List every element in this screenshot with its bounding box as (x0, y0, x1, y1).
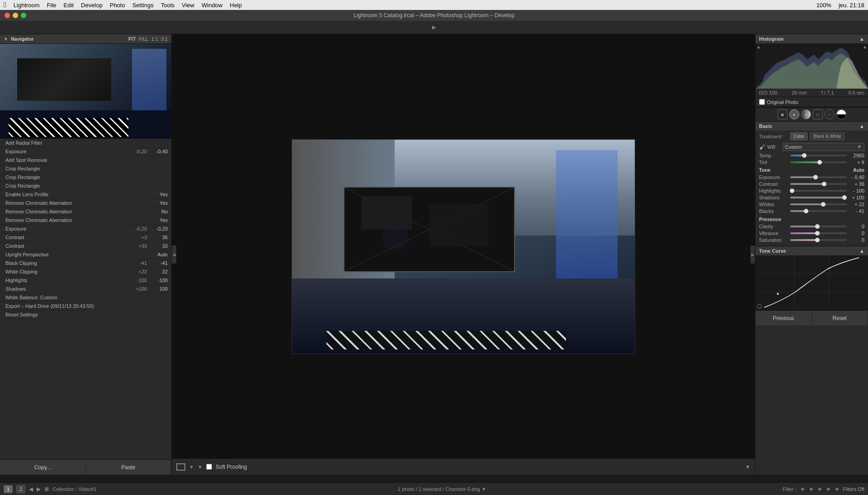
page-1-button[interactable]: 1 (4, 485, 13, 493)
highlight-clip-indicator[interactable]: ▲ (863, 44, 867, 49)
history-item-reset[interactable]: Reset Settings (0, 311, 171, 319)
history-item-wb[interactable]: White Balance: Custom (0, 293, 171, 302)
apple-menu[interactable]:  (4, 1, 6, 9)
dropdown-arrow[interactable]: ▼ (481, 486, 486, 492)
maximize-button[interactable] (21, 13, 26, 18)
soft-proofing-checkbox[interactable] (206, 464, 212, 470)
collapse-right-panel[interactable]: ► (750, 245, 755, 264)
menu-app[interactable]: Lightroom (14, 2, 40, 9)
menu-settings[interactable]: Settings (132, 2, 154, 9)
basic-panel-header[interactable]: Basic ▲ (755, 122, 868, 131)
zoom-fit-button[interactable]: FIT (128, 36, 136, 42)
history-item-blacks[interactable]: Black Clipping -41 -41 (0, 259, 171, 268)
menu-help[interactable]: Help (230, 2, 242, 9)
history-item-exposure1[interactable]: Exposure -0,20 -0,40 (0, 147, 171, 156)
nav-next-arrow[interactable]: ▶ (37, 486, 41, 492)
page-2-button[interactable]: 2 (16, 485, 25, 493)
paste-button[interactable]: Paste (86, 460, 172, 475)
star-3[interactable]: ★ (817, 486, 822, 492)
star-5[interactable]: ★ (835, 486, 840, 492)
wb-eyedropper[interactable]: 🖌 (759, 143, 765, 151)
whites-slider[interactable] (790, 203, 847, 205)
contrast-thumb[interactable] (822, 182, 826, 186)
previous-button[interactable]: Previous (755, 311, 812, 325)
blacks-slider[interactable] (790, 210, 847, 212)
grid-icon[interactable]: ▦ (44, 486, 49, 492)
history-item-shadows[interactable]: Shadows +100 100 (0, 285, 171, 293)
shadow-clip-indicator[interactable]: ▲ (756, 44, 761, 49)
treatment-tone-icon[interactable] (836, 109, 846, 119)
tone-curve-header[interactable]: Tone Curve ▲ (755, 246, 868, 255)
history-item-contrast1[interactable]: Contrast +3 36 (0, 233, 171, 242)
tint-slider[interactable] (790, 161, 847, 163)
zoom-fill-button[interactable]: FILL (138, 36, 148, 42)
whites-thumb[interactable] (821, 202, 826, 207)
blacks-thumb[interactable] (804, 209, 808, 213)
filters-off-label[interactable]: Filters Off (843, 486, 864, 492)
tint-thumb[interactable] (817, 160, 822, 165)
history-item-crop2[interactable]: Crop Rectangle (0, 173, 171, 182)
shadows-thumb[interactable] (842, 195, 847, 200)
clarity-slider[interactable] (790, 226, 847, 227)
star-4[interactable]: ★ (826, 486, 831, 492)
menu-edit[interactable]: Edit (64, 2, 74, 9)
exposure-thumb[interactable] (813, 175, 818, 179)
menu-photo[interactable]: Photo (110, 2, 125, 9)
history-item-spot[interactable]: Add Spot Removal (0, 156, 171, 165)
saturation-thumb[interactable] (815, 238, 820, 242)
highlights-thumb[interactable] (790, 189, 794, 193)
menu-file[interactable]: File (47, 2, 57, 9)
frame-icon[interactable] (176, 463, 185, 471)
sp-arrow-down[interactable]: ▼ (189, 464, 194, 470)
reset-button[interactable]: Reset (812, 311, 868, 325)
color-button[interactable]: Color (790, 132, 807, 140)
sp-expand-button[interactable]: ▼ (745, 464, 750, 470)
collapse-left-panel[interactable]: ◄ (172, 245, 176, 264)
history-item-crop1[interactable]: Crop Rectangle (0, 165, 171, 173)
curve-point[interactable] (777, 293, 779, 295)
treatment-circle-icon[interactable]: ○ (825, 109, 835, 119)
history-item-ca3[interactable]: Remove Chromatic Aberration Yes (0, 216, 171, 225)
treatment-rect-icon[interactable]: □ (813, 109, 823, 119)
zoom-1-1-button[interactable]: 1:1 (151, 36, 158, 42)
menu-window[interactable]: Window (202, 2, 222, 9)
history-item-lens[interactable]: Enable Lens Profile Yes (0, 190, 171, 199)
history-item-contrast2[interactable]: Contrast +33 33 (0, 242, 171, 250)
star-2[interactable]: ★ (809, 486, 814, 492)
history-item-upright[interactable]: Upright Perspective Auto (0, 250, 171, 259)
exposure-slider[interactable] (790, 176, 847, 178)
histogram-header[interactable]: Histogram ▲ (755, 34, 868, 43)
original-photo-checkbox[interactable] (759, 99, 765, 105)
wb-dropdown[interactable]: Custom ▼ (783, 143, 864, 151)
copy-button[interactable]: Copy... (0, 460, 86, 475)
shadows-slider[interactable] (790, 197, 847, 198)
tone-auto-button[interactable]: Auto (853, 167, 864, 173)
history-item-ca2[interactable]: Remove Chromatic Aberration No (0, 207, 171, 216)
saturation-slider[interactable] (790, 239, 847, 241)
bw-button[interactable]: Black & White (810, 132, 844, 140)
history-item-exposure2[interactable]: Exposure -0,20 -0,20 (0, 225, 171, 233)
menu-view[interactable]: View (182, 2, 194, 9)
tone-curve-shadow-icon[interactable] (757, 304, 762, 309)
contrast-slider[interactable] (790, 183, 847, 185)
nav-prev-arrow[interactable]: ◀ (29, 486, 33, 492)
history-list[interactable]: Add Radial Filter Exposure -0,20 -0,40 A… (0, 139, 171, 459)
treatment-bw-circle[interactable]: ● (801, 109, 811, 119)
zoom-3-1-button[interactable]: 3:1 (161, 36, 168, 42)
treatment-color-circle[interactable]: ● (789, 109, 799, 119)
close-button[interactable] (5, 13, 10, 18)
temp-slider[interactable] (790, 155, 847, 156)
history-item-export[interactable]: Export – Hard Drive (09/11/13 20:43:50) (0, 302, 171, 311)
history-item-add-radial[interactable]: Add Radial Filter (0, 139, 171, 147)
treatment-grid-icon[interactable]: ■ (778, 109, 788, 119)
history-item-highlights[interactable]: Highlights -100 -100 (0, 276, 171, 285)
sp-arrow-down2[interactable]: ▼ (198, 464, 203, 470)
minimize-button[interactable] (13, 13, 18, 18)
star-1[interactable]: ★ (800, 486, 805, 492)
history-item-ca1[interactable]: Remove Chromatic Aberration Yes (0, 199, 171, 207)
vibrance-slider[interactable] (790, 232, 847, 234)
history-item-whites[interactable]: White Clipping +22 22 (0, 268, 171, 276)
history-item-crop3[interactable]: Crop Rectangle (0, 182, 171, 190)
highlights-slider[interactable] (790, 190, 847, 192)
menu-tools[interactable]: Tools (161, 2, 175, 9)
